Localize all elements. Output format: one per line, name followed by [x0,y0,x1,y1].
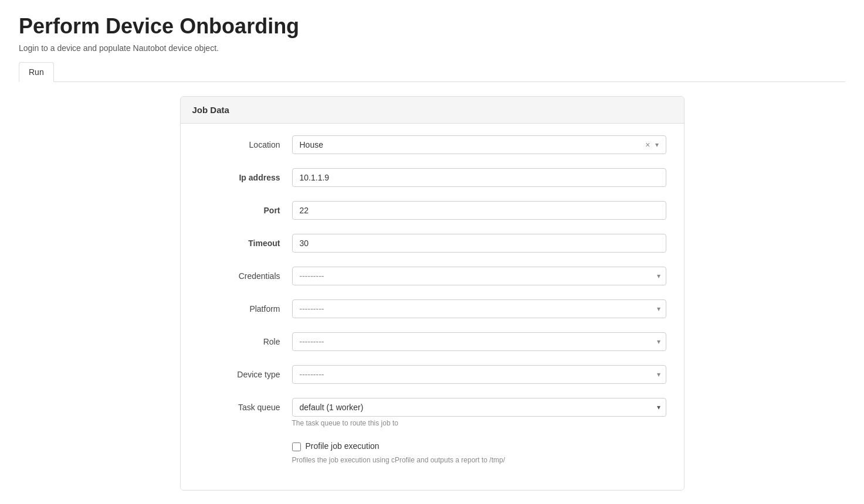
location-value: House [300,140,323,149]
port-label: Port [198,201,292,215]
role-select[interactable]: --------- [292,332,666,351]
platform-row: Platform --------- ▾ [198,299,666,318]
location-clear-icon[interactable]: × [643,140,652,149]
page-title: Perform Device Onboarding [19,14,845,39]
device-type-row: Device type --------- ▾ [198,365,666,384]
task-queue-label: Task queue [198,398,292,412]
role-input-wrapper: --------- ▾ [292,332,666,351]
role-row: Role --------- ▾ [198,332,666,351]
profile-job-help: Profiles the job execution using cProfil… [292,456,666,464]
profile-job-checkbox-row: Profile job execution [292,441,666,451]
ip-address-label: Ip address [198,168,292,182]
credentials-row: Credentials --------- ▾ [198,267,666,285]
platform-select[interactable]: --------- [292,299,666,318]
timeout-input[interactable] [292,234,666,253]
timeout-label: Timeout [198,234,292,248]
platform-label: Platform [198,299,292,314]
location-row: Location House × ▾ [198,135,666,154]
timeout-row: Timeout [198,234,666,253]
location-chevron-icon: ▾ [655,141,659,149]
tab-bar: Run [19,62,845,82]
timeout-input-wrapper [292,234,666,253]
profile-job-label[interactable]: Profile job execution [306,441,380,451]
page-subtitle: Login to a device and populate Nautobot … [19,43,845,53]
port-row: Port [198,201,666,220]
device-type-select[interactable]: --------- [292,365,666,384]
task-queue-input-wrapper: default (1 worker) ▾ The task queue to r… [292,398,666,427]
device-type-input-wrapper: --------- ▾ [292,365,666,384]
job-data-form: Job Data Location House × ▾ Ip address [180,96,685,491]
platform-input-wrapper: --------- ▾ [292,299,666,318]
profile-job-checkbox[interactable] [292,442,301,451]
profile-job-row: Profile job execution Profiles the job e… [198,441,666,464]
tab-run[interactable]: Run [19,62,54,82]
ip-address-input[interactable] [292,168,666,187]
location-input-wrapper: House × ▾ [292,135,666,154]
role-label: Role [198,332,292,346]
task-queue-row: Task queue default (1 worker) ▾ The task… [198,398,666,427]
form-section-title: Job Data [181,97,684,124]
ip-address-row: Ip address [198,168,666,187]
credentials-select[interactable]: --------- [292,267,666,285]
profile-job-wrapper: Profile job execution Profiles the job e… [292,441,666,464]
ip-address-input-wrapper [292,168,666,187]
location-label: Location [198,135,292,149]
port-input-wrapper [292,201,666,220]
location-select[interactable]: House × ▾ [292,135,666,154]
form-body: Location House × ▾ Ip address [181,124,684,490]
device-type-label: Device type [198,365,292,379]
credentials-label: Credentials [198,267,292,281]
credentials-input-wrapper: --------- ▾ [292,267,666,285]
port-input[interactable] [292,201,666,220]
task-queue-help: The task queue to route this job to [292,419,666,427]
task-queue-select[interactable]: default (1 worker) [292,398,666,417]
